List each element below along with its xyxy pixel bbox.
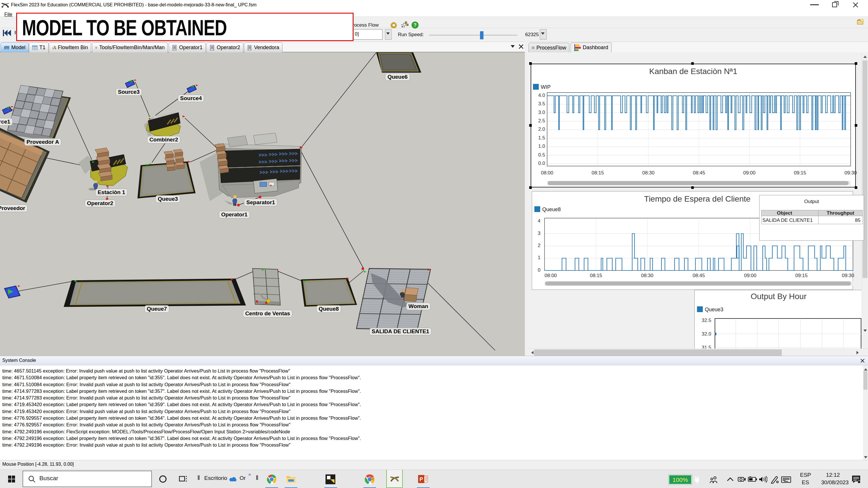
svg-text:?: ? [413, 22, 416, 28]
svg-text:P: P [420, 477, 423, 482]
